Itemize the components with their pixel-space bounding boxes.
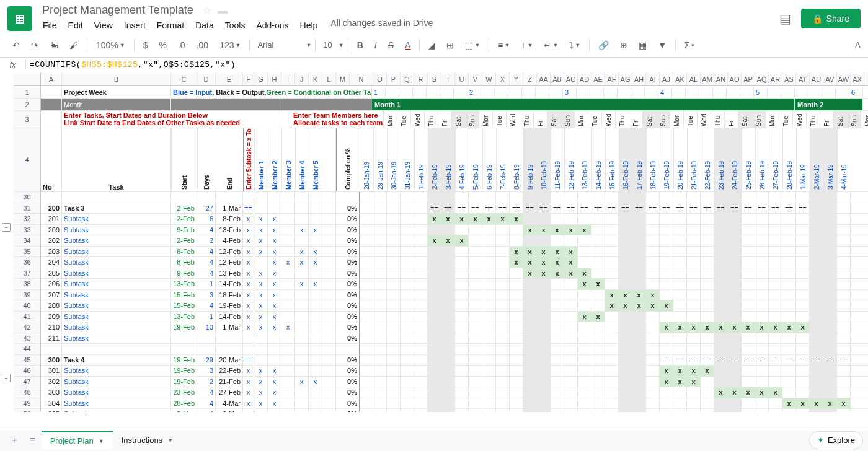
cell[interactable]: x — [243, 387, 254, 398]
col-header[interactable]: AR — [769, 72, 782, 85]
menu-edit[interactable]: Edit — [64, 18, 87, 33]
col-header[interactable]: G — [254, 72, 268, 85]
cell[interactable] — [309, 355, 322, 366]
cell[interactable]: x — [578, 279, 591, 289]
cell[interactable]: 13-Feb — [171, 312, 197, 322]
cell[interactable] — [523, 377, 537, 387]
cell[interactable]: x — [673, 377, 687, 387]
cell[interactable] — [578, 290, 591, 300]
cell[interactable] — [373, 247, 387, 257]
cell[interactable] — [551, 214, 564, 224]
cell[interactable]: Tue — [492, 111, 506, 128]
cell[interactable] — [646, 333, 660, 344]
cell[interactable]: Sun — [656, 111, 670, 128]
row-header[interactable]: 46 — [14, 366, 40, 377]
col-header[interactable]: B — [62, 72, 171, 85]
cell[interactable] — [742, 225, 755, 235]
cell[interactable] — [837, 366, 851, 376]
cell[interactable] — [728, 247, 742, 257]
cell[interactable] — [837, 203, 851, 214]
cell[interactable] — [823, 257, 837, 268]
cell[interactable] — [619, 279, 632, 289]
cell[interactable]: Mon — [383, 111, 397, 128]
cell[interactable] — [646, 247, 660, 257]
cell[interactable] — [769, 192, 782, 203]
cell[interactable] — [673, 214, 687, 224]
cell[interactable] — [441, 192, 455, 203]
row-header[interactable]: 44 — [14, 344, 40, 355]
cell[interactable] — [796, 366, 810, 376]
cell[interactable] — [309, 214, 322, 224]
cell[interactable]: == — [455, 203, 469, 214]
cell[interactable] — [309, 268, 322, 279]
cell[interactable] — [673, 235, 687, 246]
cell[interactable]: Task 4 — [62, 355, 171, 366]
cell[interactable] — [401, 366, 414, 376]
cell[interactable] — [537, 300, 551, 311]
cell[interactable] — [632, 312, 646, 322]
cell[interactable] — [796, 409, 810, 412]
cell[interactable] — [360, 290, 373, 300]
cell[interactable] — [564, 300, 578, 311]
cell[interactable]: Fri — [629, 111, 642, 128]
cell[interactable]: == — [496, 203, 510, 214]
cell[interactable] — [428, 355, 441, 366]
cell[interactable] — [496, 398, 510, 409]
star-icon[interactable]: ☆ — [203, 5, 211, 15]
cell[interactable] — [837, 225, 851, 235]
cell[interactable] — [551, 322, 564, 333]
cell[interactable] — [387, 322, 401, 333]
cell[interactable]: Subtask — [62, 322, 171, 333]
cell[interactable] — [660, 235, 673, 246]
print-button[interactable]: 🖶 — [45, 37, 63, 54]
col-header[interactable]: AP — [742, 72, 755, 85]
cell[interactable] — [295, 192, 309, 203]
cell[interactable]: 7-Feb-19 — [496, 128, 510, 191]
cell[interactable] — [496, 225, 510, 235]
cell[interactable] — [591, 225, 605, 235]
cell[interactable] — [564, 322, 578, 333]
cell[interactable]: 300 — [41, 355, 62, 366]
cell[interactable]: Subtask — [62, 312, 171, 322]
cell[interactable]: 0% — [336, 214, 360, 224]
cell[interactable] — [523, 366, 537, 376]
cell[interactable] — [254, 192, 268, 203]
group-toggle[interactable]: – — [2, 374, 11, 382]
cell[interactable] — [810, 214, 823, 224]
cell[interactable] — [295, 366, 309, 376]
cell[interactable] — [523, 333, 537, 344]
cell[interactable]: x — [243, 268, 254, 279]
cell[interactable] — [823, 225, 837, 235]
cell[interactable]: Wed — [410, 111, 424, 128]
cell[interactable]: x — [243, 312, 254, 322]
cell[interactable] — [796, 214, 810, 224]
cell[interactable] — [823, 333, 837, 344]
cell[interactable] — [660, 333, 673, 344]
font-select[interactable]: Arial — [254, 38, 303, 52]
cell[interactable]: == — [469, 203, 482, 214]
cell[interactable] — [578, 257, 591, 268]
cell[interactable] — [455, 366, 469, 376]
cell[interactable]: Mon — [479, 111, 492, 128]
cell[interactable] — [632, 235, 646, 246]
cell[interactable]: x — [605, 300, 619, 311]
cell[interactable] — [243, 333, 254, 344]
cell[interactable]: x — [254, 409, 268, 412]
cell[interactable] — [755, 225, 769, 235]
cell[interactable] — [537, 235, 551, 246]
cell[interactable] — [482, 333, 496, 344]
cell[interactable]: == — [605, 203, 619, 214]
cell[interactable] — [254, 344, 268, 354]
cell[interactable] — [646, 257, 660, 268]
cell[interactable]: 3-Feb-19 — [441, 128, 455, 191]
cell[interactable]: 26-Feb-19 — [755, 128, 769, 191]
cell[interactable]: x — [673, 322, 687, 333]
cell[interactable] — [360, 300, 373, 311]
cell[interactable]: x — [482, 214, 496, 224]
cell[interactable] — [619, 409, 632, 412]
cell[interactable] — [441, 387, 455, 398]
cell[interactable] — [387, 377, 401, 387]
cell[interactable]: Tue — [397, 111, 410, 128]
italic-button[interactable]: I — [370, 37, 382, 54]
cell[interactable] — [714, 312, 728, 322]
